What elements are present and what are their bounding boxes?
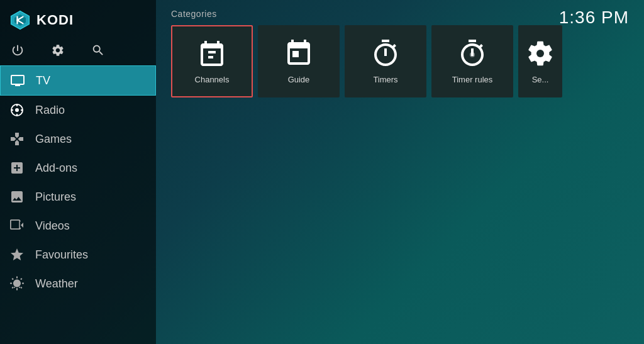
category-card-guide[interactable]: Guide [258, 25, 340, 97]
addons-icon [9, 160, 25, 176]
timers-icon [370, 38, 401, 69]
search-category-icon [525, 38, 555, 69]
search-button[interactable] [89, 42, 107, 59]
sidebar-item-favourites-label: Favourites [35, 248, 88, 262]
videos-icon [9, 218, 25, 234]
power-button[interactable] [9, 42, 26, 59]
sidebar-item-tv-label: TV [36, 74, 50, 87]
svg-rect-11 [11, 220, 19, 229]
timers-label: Timers [373, 75, 397, 84]
svg-point-16 [536, 50, 544, 57]
category-card-search[interactable]: Se... [518, 25, 562, 97]
sidebar-item-videos-label: Videos [35, 219, 70, 233]
timer-rules-label: Timer rules [452, 75, 493, 84]
sidebar-item-pictures-label: Pictures [35, 191, 76, 204]
app-title: KODI [36, 12, 74, 28]
guide-label: Guide [288, 75, 310, 84]
svg-point-15 [470, 52, 475, 57]
svg-point-12 [14, 287, 15, 288]
main-content: 1:36 PM Categories Channels Guide [156, 0, 644, 344]
sidebar-item-pictures[interactable]: Pictures [0, 182, 156, 211]
category-card-channels[interactable]: Channels [171, 25, 253, 97]
sidebar-nav: TV Radio Games [0, 65, 156, 344]
sidebar: KODI TV [0, 0, 156, 344]
radio-icon [9, 102, 25, 118]
svg-point-14 [19, 287, 20, 288]
timer-rules-icon [457, 38, 487, 69]
sidebar-item-weather-label: Weather [35, 277, 78, 291]
sidebar-item-addons-label: Add-ons [35, 162, 77, 175]
kodi-logo-icon [9, 9, 31, 31]
search-category-label: Se... [532, 75, 549, 84]
sidebar-item-favourites[interactable]: Favourites [0, 240, 156, 269]
tv-icon [9, 72, 26, 89]
pictures-icon [9, 189, 25, 205]
guide-icon [284, 38, 314, 69]
app-header: KODI [0, 0, 156, 38]
svg-point-6 [15, 108, 19, 112]
sidebar-item-radio-label: Radio [35, 104, 65, 117]
favourites-icon [9, 247, 25, 263]
sidebar-item-addons[interactable]: Add-ons [0, 153, 156, 182]
category-card-timers[interactable]: Timers [345, 25, 426, 97]
channels-icon [197, 38, 227, 69]
category-card-timer-rules[interactable]: Timer rules [431, 25, 513, 97]
sidebar-item-radio[interactable]: Radio [0, 96, 156, 125]
sidebar-item-weather[interactable]: Weather [0, 269, 156, 298]
settings-button[interactable] [49, 42, 67, 59]
sidebar-item-games[interactable]: Games [0, 125, 156, 153]
category-cards: Channels Guide Timers [156, 25, 644, 97]
sidebar-toolbar [0, 38, 156, 65]
channels-label: Channels [195, 75, 230, 84]
games-icon [9, 131, 25, 147]
svg-point-13 [16, 288, 18, 289]
weather-icon [9, 275, 25, 292]
sidebar-item-tv[interactable]: TV [0, 65, 156, 96]
sidebar-item-games-label: Games [35, 133, 72, 146]
clock-display: 1:36 PM [559, 8, 629, 28]
sidebar-item-videos[interactable]: Videos [0, 211, 156, 240]
